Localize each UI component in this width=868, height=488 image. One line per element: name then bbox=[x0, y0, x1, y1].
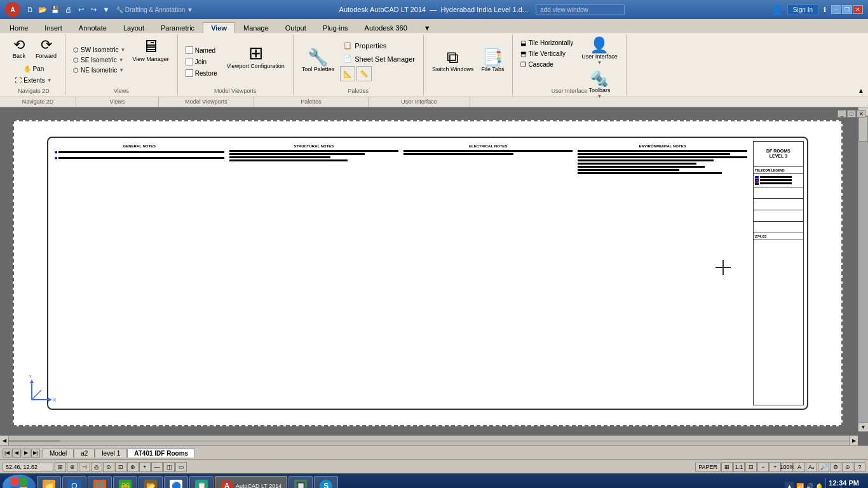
snap-button[interactable]: ⊕ bbox=[67, 462, 78, 472]
osnap-button[interactable]: ⊙ bbox=[103, 462, 114, 472]
tab-insert[interactable]: Insert bbox=[36, 22, 71, 33]
properties-button[interactable]: 📋 Properties bbox=[340, 39, 418, 51]
tool-palettes-button[interactable]: 🔧 Tool Palettes bbox=[299, 47, 338, 74]
scroll-track[interactable] bbox=[858, 116, 868, 423]
se-isometric-button[interactable]: ⬡ SE Isometric ▼ bbox=[71, 55, 128, 65]
scroll-left-button[interactable]: ◀ bbox=[0, 436, 9, 445]
tab-level1[interactable]: level 1 bbox=[95, 449, 127, 458]
palette-btn-1[interactable]: 📐 bbox=[340, 66, 355, 81]
palette-btn-2[interactable]: 📏 bbox=[356, 66, 372, 81]
dw-minimize[interactable]: _ bbox=[837, 110, 846, 118]
start-button[interactable] bbox=[3, 475, 36, 488]
close-button[interactable]: ✕ bbox=[853, 5, 863, 14]
h-scroll-thumb[interactable] bbox=[9, 440, 60, 442]
join-button[interactable]: Join bbox=[183, 57, 220, 67]
sel-button[interactable]: ▭ bbox=[175, 462, 187, 472]
cascade-button[interactable]: ❐ Cascade bbox=[518, 60, 576, 69]
user-interface-button[interactable]: 👤 User Interface ▼ bbox=[578, 36, 621, 67]
new-button[interactable]: 🗋 bbox=[24, 4, 36, 15]
extents-button[interactable]: ⛶ Extents ▼ bbox=[13, 76, 54, 85]
qa-dropdown[interactable]: ▼ bbox=[100, 4, 112, 15]
view-manager-button[interactable]: 🖥 View Manager bbox=[129, 36, 172, 64]
polar-button[interactable]: ◎ bbox=[91, 462, 102, 472]
tab-parametric[interactable]: Parametric bbox=[153, 22, 203, 33]
tab-a2[interactable]: a2 bbox=[74, 449, 95, 458]
taskbar-explorer[interactable]: 📁 bbox=[37, 476, 61, 488]
tab-overflow[interactable]: ▼ bbox=[416, 22, 439, 33]
horizontal-scrollbar[interactable]: ◀ ▶ bbox=[0, 435, 858, 445]
tab-model[interactable]: Model bbox=[43, 449, 74, 458]
scroll-down-button[interactable]: ▼ bbox=[858, 423, 868, 431]
restore-button[interactable]: Restore bbox=[183, 68, 220, 78]
system-clock[interactable]: 12:34 PM 7/5/2013 bbox=[829, 479, 859, 488]
search-input[interactable] bbox=[536, 4, 625, 15]
taskbar-firefox[interactable]: 🌐 bbox=[88, 476, 112, 488]
undo-button[interactable]: ↩ bbox=[75, 4, 86, 15]
scroll-right-button[interactable]: ▶ bbox=[849, 436, 858, 445]
taskbar-autocad[interactable]: A AutoCAD LT 2014 bbox=[215, 476, 287, 488]
otrack-button[interactable]: ⊡ bbox=[115, 462, 126, 472]
help-btn[interactable]: ? bbox=[854, 462, 865, 472]
zoom-out-button[interactable]: − bbox=[757, 462, 769, 472]
show-hidden-icons[interactable]: ▲ bbox=[785, 482, 794, 489]
tile-horizontally-button[interactable]: ⬓ Tile Horizontally bbox=[518, 38, 576, 48]
tab-home[interactable]: Home bbox=[1, 22, 36, 33]
taskbar-skype[interactable]: S bbox=[314, 476, 338, 488]
minimize-button[interactable]: − bbox=[831, 5, 841, 14]
workspace-btn[interactable]: ⚙ bbox=[830, 462, 841, 472]
named-button[interactable]: Named bbox=[183, 45, 220, 55]
back-button[interactable]: ⟲ Back bbox=[8, 36, 31, 61]
tab-annotate[interactable]: Annotate bbox=[71, 22, 115, 33]
toolbars-button[interactable]: 🔩 Toolbars ▼ bbox=[585, 69, 613, 101]
lw-button[interactable]: — bbox=[151, 462, 163, 472]
tab-next-button[interactable]: ▶ bbox=[22, 449, 31, 458]
vertical-scrollbar[interactable]: ▲ ▼ bbox=[858, 107, 868, 431]
taskbar-app6[interactable]: 📋 bbox=[189, 476, 214, 488]
sw-isometric-button[interactable]: ⬡ SW Isometric ▼ bbox=[71, 45, 128, 55]
dw-restore[interactable]: □ bbox=[847, 110, 856, 118]
tab-view[interactable]: View bbox=[203, 22, 235, 33]
tab-at401[interactable]: AT401 IDF Rooms bbox=[127, 449, 195, 458]
anno-scale-1[interactable]: A bbox=[794, 462, 805, 472]
taskbar-app8[interactable]: 🔲 bbox=[288, 476, 313, 488]
dw-close[interactable]: ✕ bbox=[857, 110, 865, 118]
taskbar-outlook[interactable]: O bbox=[62, 476, 86, 488]
tab-plugins[interactable]: Plug-ins bbox=[315, 22, 356, 33]
isolate-btn[interactable]: ⊙ bbox=[842, 462, 853, 472]
tab-last-button[interactable]: ▶| bbox=[31, 449, 40, 458]
ribbon-collapse[interactable]: ▲ bbox=[857, 86, 865, 95]
pan-button[interactable]: ✋ Pan bbox=[21, 64, 47, 74]
viewport-configuration-button[interactable]: ⊞ Viewport Configuration bbox=[224, 43, 288, 71]
model-paper-toggle[interactable]: ⊞ bbox=[721, 462, 733, 472]
forward-button[interactable]: ⟳ Forward bbox=[32, 36, 60, 61]
tab-first-button[interactable]: |◀ bbox=[3, 449, 11, 458]
open-button[interactable]: 📂 bbox=[37, 4, 48, 15]
taskbar-chrome[interactable]: 🔵 bbox=[164, 476, 188, 488]
tile-vertically-button[interactable]: ⬒ Tile Vertically bbox=[518, 49, 576, 58]
maximize-viewport[interactable]: ⊡ bbox=[745, 462, 757, 472]
tab-manage[interactable]: Manage bbox=[235, 22, 277, 33]
tab-autodesk360[interactable]: Autodesk 360 bbox=[356, 22, 416, 33]
viewport-scale[interactable]: 1:1 bbox=[733, 462, 745, 472]
switch-windows-button[interactable]: ⧉ Switch Windows bbox=[429, 47, 477, 74]
h-scroll-track[interactable] bbox=[9, 440, 849, 442]
save-button[interactable]: 💾 bbox=[50, 4, 61, 15]
signin-button[interactable]: Sign In bbox=[787, 4, 818, 15]
ne-isometric-button[interactable]: ⬡ NE Isometric ▼ bbox=[71, 65, 128, 75]
zoom-level[interactable]: 100% bbox=[782, 462, 793, 472]
snap-grid-button[interactable]: ⊞ bbox=[55, 462, 66, 472]
ortho-button[interactable]: ⊣ bbox=[79, 462, 90, 472]
tab-prev-button[interactable]: ◀ bbox=[12, 449, 21, 458]
sheet-set-manager-button[interactable]: 📄 Sheet Set Manager bbox=[340, 53, 418, 65]
info-button[interactable]: ℹ bbox=[824, 6, 826, 14]
anno-scale-2[interactable]: Aₐ bbox=[806, 462, 817, 472]
dyn-button[interactable]: + bbox=[139, 462, 151, 472]
redo-button[interactable]: ↪ bbox=[88, 4, 99, 15]
taskbar-files[interactable]: 📂 bbox=[139, 476, 163, 488]
tab-output[interactable]: Output bbox=[277, 22, 315, 33]
file-tabs-button[interactable]: 📑 File Tabs bbox=[478, 47, 508, 74]
print-button[interactable]: 🖨 bbox=[62, 4, 74, 15]
scroll-thumb[interactable] bbox=[858, 116, 868, 142]
trans-button[interactable]: ◫ bbox=[163, 462, 175, 472]
zoom-in-button[interactable]: + bbox=[770, 462, 781, 472]
